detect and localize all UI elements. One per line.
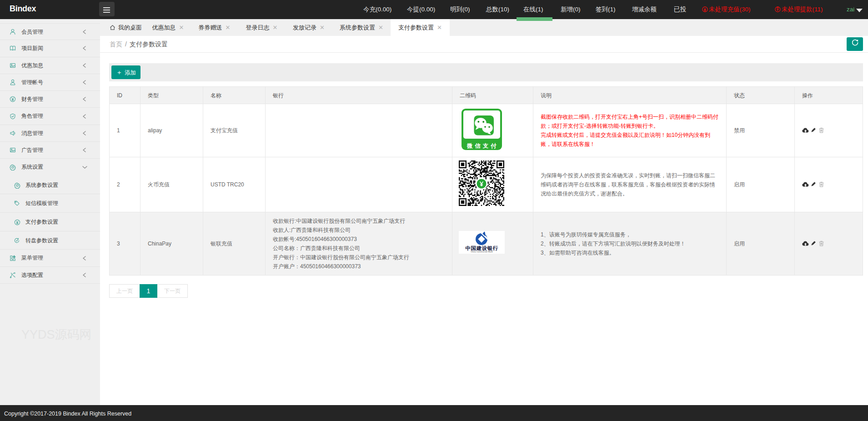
svg-text:China Construction Bank: China Construction Bank xyxy=(471,251,493,253)
svg-text:微信支付: 微信支付 xyxy=(467,142,499,149)
